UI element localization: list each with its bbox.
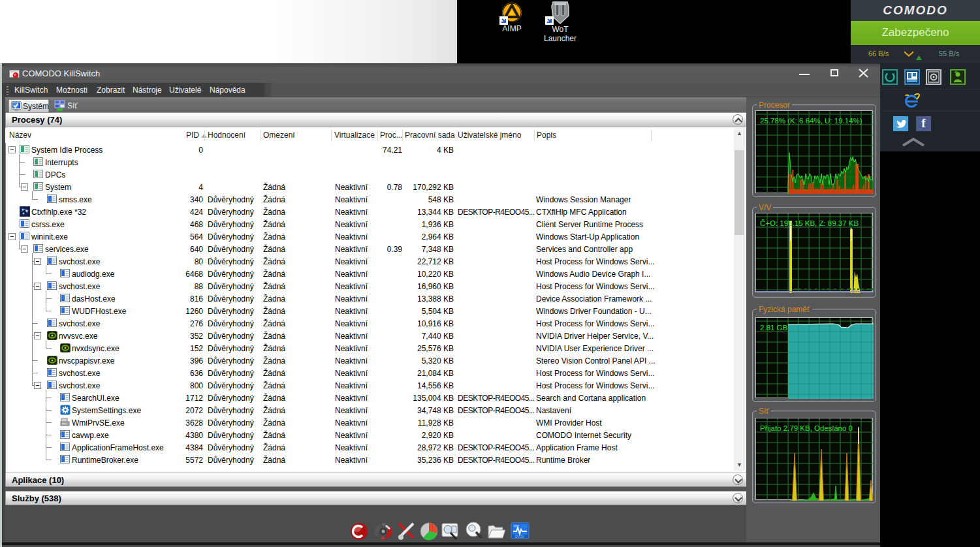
svg-text:DVGV: DVGV [515, 535, 525, 539]
